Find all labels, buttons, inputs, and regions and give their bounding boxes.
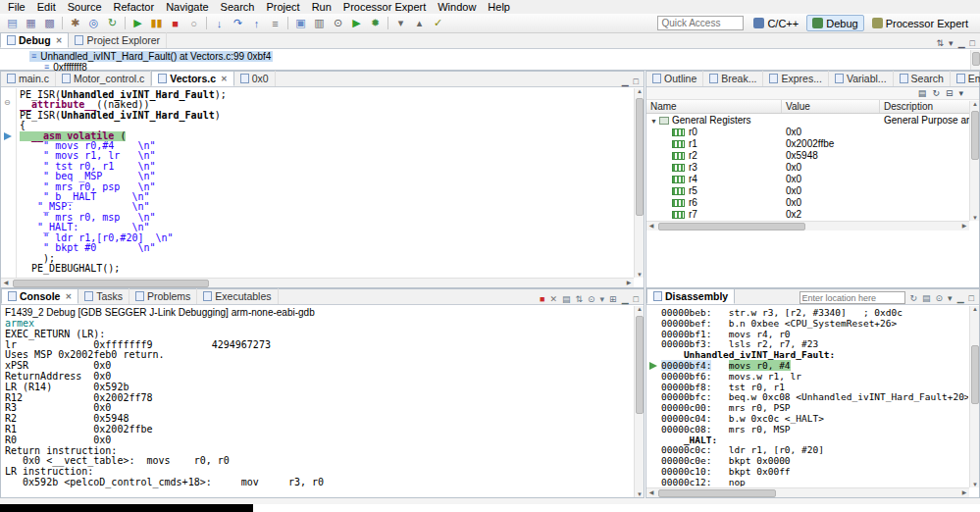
suspend-icon[interactable]: ▮▮	[148, 16, 165, 31]
console-tab-tasks[interactable]: Tasks	[78, 288, 129, 304]
stack-frame-row[interactable]: ≡0xfffffff8	[0, 61, 980, 72]
console-tab-executables[interactable]: Executables	[197, 288, 278, 304]
save-icon[interactable]: ▦	[23, 16, 39, 31]
menu-help[interactable]: Help	[482, 0, 516, 14]
code-line[interactable]: PE_DEBUGHALT();	[20, 264, 633, 274]
editor-tab-motor-control-c[interactable]: Motor_control.c	[56, 71, 151, 86]
register-row[interactable]: r00x0	[646, 126, 979, 137]
menu-navigate[interactable]: Navigate	[160, 0, 214, 14]
layout-icon[interactable]: ▤	[918, 88, 927, 98]
close-icon[interactable]: ✕	[56, 36, 63, 45]
menu-source[interactable]: Source	[62, 0, 108, 14]
right-tab-embs[interactable]: EmbS...	[951, 71, 980, 86]
close-icon[interactable]: ✕	[221, 75, 228, 83]
minimize-icon[interactable]: ▁	[622, 77, 629, 86]
step-into-icon[interactable]: ↓	[211, 16, 228, 31]
register-row[interactable]: r30x0	[646, 161, 979, 173]
right-tab-break[interactable]: Break...	[703, 71, 763, 86]
next-annotation-icon[interactable]: ▾	[392, 16, 409, 31]
code-editor[interactable]: PE_ISR(Unhandled_ivINT_Hard_Fault);__att…	[20, 90, 633, 277]
collapse-all-icon[interactable]: ⊟	[946, 88, 954, 98]
skip-breakpoints-icon[interactable]: ◎	[85, 16, 102, 31]
editor-tab-0x0[interactable]: 0x0	[234, 71, 276, 86]
remove-launch-icon[interactable]: ✕	[549, 294, 557, 304]
console-tab-console[interactable]: Console✕	[1, 288, 78, 304]
register-group-row[interactable]: ▼General RegistersGeneral Purpose and FP…	[646, 114, 979, 126]
debug-stack-tree[interactable]: ≡Unhandled_ivINT_Hard_Fault() at Vectors…	[0, 49, 980, 70]
registers-vertical-scrollbar[interactable]: ▲ ▼	[969, 101, 979, 221]
terminate-icon[interactable]: ■	[167, 16, 183, 31]
memory-icon[interactable]: ▥	[311, 16, 328, 31]
scroll-lock-icon[interactable]: ⇅	[575, 294, 583, 304]
display-selected-console-icon[interactable]: ▾	[600, 294, 605, 304]
editor-tab-vectors-c[interactable]: Vectors.c✕	[151, 71, 233, 86]
column-header-description[interactable]: Description	[880, 100, 979, 113]
resume-icon[interactable]: ▶	[129, 16, 146, 31]
editor-tab-main-c[interactable]: main.c	[1, 71, 56, 86]
right-tab-search[interactable]: Search	[894, 71, 951, 86]
column-header-value[interactable]: Value	[782, 100, 880, 113]
tab-disassembly[interactable]: Disassembly	[646, 288, 735, 304]
console-vertical-scrollbar[interactable]: ▲ ▼	[634, 306, 644, 497]
open-console-icon[interactable]: ⊞	[609, 294, 617, 304]
minimize-icon[interactable]: ▁	[622, 294, 629, 304]
expander-icon[interactable]: ▼	[650, 118, 659, 125]
sync-icon[interactable]: ↻	[910, 293, 918, 303]
maximize-icon[interactable]: □	[970, 38, 975, 48]
close-icon[interactable]: ✕	[65, 292, 72, 301]
menu-run[interactable]: Run	[306, 0, 337, 14]
registers-horizontal-scrollbar[interactable]: ◀ ▶	[646, 221, 969, 230]
step-over-icon[interactable]: ↷	[230, 16, 246, 31]
minimize-icon[interactable]: ▁	[957, 293, 964, 303]
editor-vertical-scrollbar[interactable]: ▲ ▼	[634, 88, 644, 278]
console-output[interactable]: armexEXEC_RETURN (LR):lr 0xfffffff9 4294…	[5, 319, 632, 495]
code-line[interactable]: " bkpt #0 \n"	[20, 243, 633, 253]
refresh-icon[interactable]: ↻	[932, 88, 940, 98]
search-icon[interactable]: ⊙	[330, 16, 346, 31]
register-row[interactable]: r40x0	[646, 173, 979, 184]
last-edit-icon[interactable]: ✓	[430, 16, 446, 31]
code-line[interactable]: PE_ISR(Unhandled_ivINT_Hard_Fault)	[20, 111, 633, 121]
connect-icon[interactable]: ⇅	[937, 38, 945, 48]
minimize-icon[interactable]: ▁	[958, 38, 965, 48]
perspective-processor-expert[interactable]: Processor Expert	[866, 15, 974, 31]
terminate-icon[interactable]: ■	[540, 294, 544, 304]
right-tab-outline[interactable]: Outline	[646, 71, 703, 86]
disconnect-icon[interactable]: ○	[185, 16, 202, 31]
restart-icon[interactable]: ↻	[104, 16, 121, 31]
disassembly-vertical-scrollbar[interactable]: ▲ ▼	[969, 306, 979, 487]
console-tab-problems[interactable]: Problems	[129, 288, 197, 304]
menu-edit[interactable]: Edit	[31, 0, 62, 14]
register-row[interactable]: r10x2002ffbe	[646, 137, 979, 149]
prev-annotation-icon[interactable]: ▴	[411, 16, 428, 31]
perspective-debug[interactable]: Debug	[806, 15, 863, 31]
quick-access-input[interactable]	[657, 16, 744, 30]
right-tab-variabl[interactable]: Variabl...	[829, 71, 894, 86]
disassembly-listing[interactable]: 00000beb: str.w r3, [r2, #3340] ; 0xd0c0…	[661, 308, 968, 486]
build-icon[interactable]: ✱	[67, 16, 83, 31]
debug-tab-project-explorer[interactable]: Project Explorer	[69, 32, 167, 48]
menu-window[interactable]: Window	[432, 0, 482, 14]
instruction-stepping-icon[interactable]: ≡	[267, 16, 284, 31]
maximize-icon[interactable]: □	[634, 77, 639, 86]
save-all-icon[interactable]: ▩	[41, 16, 58, 31]
register-row[interactable]: r20x5948	[646, 149, 979, 161]
pin-console-icon[interactable]: ⊙	[588, 294, 595, 304]
register-row[interactable]: r70x2	[646, 208, 979, 220]
menu-processor-expert[interactable]: Processor Expert	[337, 0, 432, 14]
editor-annotation-ruler[interactable]: ⊖	[1, 88, 17, 278]
stack-frame-row[interactable]: ≡Unhandled_ivINT_Hard_Fault() at Vectors…	[0, 50, 980, 61]
column-header-name[interactable]: Name	[646, 100, 782, 113]
new-file-icon[interactable]: ▤	[4, 16, 21, 31]
run-last-icon[interactable]: ▶	[348, 16, 365, 31]
register-row[interactable]: r50x0	[646, 184, 979, 196]
perspective-c-c[interactable]: C/C++	[748, 15, 804, 31]
debug-tab-debug[interactable]: Debug✕	[0, 32, 69, 48]
right-tab-expres[interactable]: Expres...	[763, 71, 828, 86]
step-return-icon[interactable]: ↑	[248, 16, 265, 31]
view-menu-icon[interactable]: ▾	[949, 38, 954, 48]
maximize-icon[interactable]: □	[969, 293, 974, 303]
fold-minus-icon[interactable]: ⊖	[4, 98, 11, 107]
menu-file[interactable]: File	[2, 0, 31, 14]
location-input[interactable]	[799, 291, 905, 304]
